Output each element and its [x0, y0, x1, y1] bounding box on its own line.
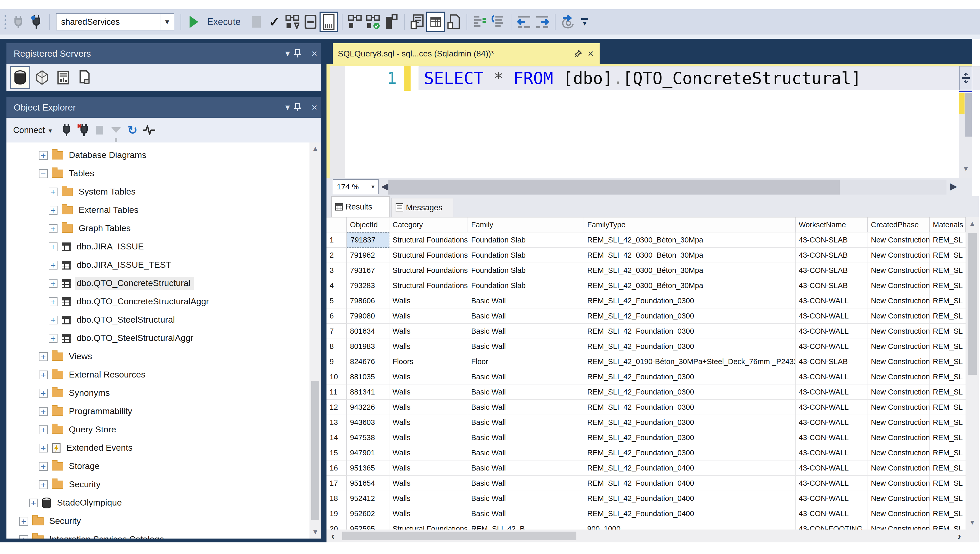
- grid-cell[interactable]: REM_SLI_42_Foundation_0300: [584, 445, 796, 460]
- grid-cell[interactable]: REM_SL: [930, 415, 966, 430]
- grid-cell[interactable]: Walls: [389, 400, 468, 415]
- display-estimated-plan-icon[interactable]: [348, 14, 362, 30]
- grid-cell[interactable]: REM_SL: [930, 445, 966, 460]
- grid-cell[interactable]: REM_SL: [930, 460, 966, 476]
- row-number-cell[interactable]: 6: [327, 309, 347, 324]
- grid-cell[interactable]: Basic Wall: [468, 415, 584, 430]
- grid-cell[interactable]: REM_SL: [930, 354, 966, 369]
- grid-cell[interactable]: REM_SL: [930, 248, 966, 263]
- tree-item[interactable]: +Programmability: [6, 402, 310, 420]
- grid-cell[interactable]: REM_SLI_42_0300_Béton_30Mpa: [584, 248, 796, 263]
- tree-item[interactable]: +External Tables: [6, 201, 310, 219]
- expand-icon[interactable]: +: [19, 517, 28, 526]
- grid-cell[interactable]: Floors: [389, 354, 468, 369]
- grid-cell[interactable]: New Construction: [868, 309, 930, 324]
- row-number-cell[interactable]: 4: [327, 278, 347, 293]
- scroll-down-icon[interactable]: ▼: [959, 165, 972, 173]
- scroll-down-icon[interactable]: ▼: [310, 528, 321, 536]
- grid-cell[interactable]: Floor: [468, 354, 584, 369]
- grid-cell[interactable]: New Construction: [868, 476, 930, 491]
- tab-messages[interactable]: Messages: [391, 198, 453, 217]
- grid-cell[interactable]: 952602: [347, 506, 389, 521]
- results-to-text-icon[interactable]: [410, 14, 425, 30]
- integration-services-icon[interactable]: [75, 67, 94, 88]
- expand-icon[interactable]: +: [49, 188, 57, 196]
- expand-icon[interactable]: +: [49, 261, 57, 269]
- grid-cell[interactable]: 43-CON-WALL: [796, 506, 868, 521]
- expand-icon[interactable]: +: [39, 352, 48, 361]
- tree-item[interactable]: +Synonyms: [6, 384, 310, 402]
- grid-cell[interactable]: New Construction: [868, 415, 930, 430]
- scroll-left-icon[interactable]: ◀: [381, 181, 388, 192]
- grid-cell[interactable]: REM_SL: [930, 369, 966, 384]
- editor-vertical-scrollbar[interactable]: ▼: [959, 66, 972, 178]
- row-number-cell[interactable]: 14: [327, 430, 347, 445]
- uncomment-lines-icon[interactable]: [490, 14, 506, 30]
- row-number-cell[interactable]: 9: [327, 354, 347, 369]
- grid-cell[interactable]: REM_SLI_42_Foundation_0400: [584, 506, 796, 521]
- grid-cell[interactable]: Foundation Slab: [468, 232, 584, 248]
- include-actual-plan-icon[interactable]: [366, 14, 381, 30]
- grid-cell[interactable]: New Construction: [868, 506, 930, 521]
- close-icon[interactable]: ✕: [308, 49, 321, 58]
- grid-cell[interactable]: 791837: [347, 232, 389, 248]
- scrollbar-thumb[interactable]: [311, 381, 319, 520]
- close-icon[interactable]: ✕: [308, 103, 321, 112]
- scrollbar-thumb[interactable]: [388, 180, 840, 194]
- pin-icon[interactable]: [294, 49, 308, 58]
- toolbar-overflow-icon[interactable]: ▼: [581, 18, 588, 26]
- grid-cell[interactable]: New Construction: [868, 460, 930, 476]
- grid-cell[interactable]: Basic Wall: [468, 339, 584, 354]
- tree-item[interactable]: +Views: [6, 347, 310, 366]
- grid-cell[interactable]: New Construction: [868, 491, 930, 506]
- execute-icon[interactable]: [187, 14, 201, 30]
- row-number-cell[interactable]: 19: [327, 506, 347, 521]
- grid-cell[interactable]: 881341: [347, 384, 389, 400]
- row-number-cell[interactable]: 1: [327, 232, 347, 248]
- expand-icon[interactable]: +: [39, 444, 48, 452]
- grid-cell[interactable]: Basic Wall: [468, 506, 584, 521]
- change-connection-icon[interactable]: [285, 14, 300, 30]
- row-number-cell[interactable]: 15: [327, 445, 347, 460]
- combo-dropdown-icon[interactable]: ▼: [160, 14, 174, 30]
- grid-cell[interactable]: REM_SL: [930, 506, 966, 521]
- query-tab[interactable]: SQLQuery8.sql - sql...ces (Sqladmin (84)…: [333, 43, 600, 64]
- expand-icon[interactable]: +: [49, 242, 57, 251]
- tree-item[interactable]: +Database Diagrams: [6, 146, 310, 164]
- tree-item[interactable]: +Integration Services Catalogs: [6, 530, 310, 538]
- tree-item[interactable]: +dbo.QTO_SteelStructural: [6, 311, 310, 329]
- grid-cell[interactable]: New Construction: [868, 384, 930, 400]
- row-number-cell[interactable]: 3: [327, 263, 347, 278]
- grid-cell[interactable]: REM_SL: [930, 278, 966, 293]
- column-header[interactable]: Family: [468, 218, 584, 232]
- results-to-grid-icon[interactable]: [426, 11, 445, 32]
- scroll-up-icon[interactable]: ▲: [310, 145, 321, 153]
- grid-cell[interactable]: Walls: [389, 476, 468, 491]
- grid-cell[interactable]: Basic Wall: [468, 476, 584, 491]
- row-number-cell[interactable]: 16: [327, 460, 347, 476]
- grid-cell[interactable]: REM_SL: [930, 293, 966, 309]
- grid-cell[interactable]: Basic Wall: [468, 384, 584, 400]
- expand-icon[interactable]: +: [49, 334, 57, 343]
- expand-icon[interactable]: +: [19, 535, 28, 539]
- grid-cell[interactable]: Foundation Slab: [468, 248, 584, 263]
- grid-cell[interactable]: 43-CON-SLAB: [796, 278, 868, 293]
- grid-cell[interactable]: REM_SLI_42_0300_Béton_30Mpa: [584, 263, 796, 278]
- grid-cell[interactable]: Walls: [389, 445, 468, 460]
- window-position-icon[interactable]: ▼: [281, 49, 294, 58]
- grid-cell[interactable]: 43-CON-WALL: [796, 476, 868, 491]
- grid-cell[interactable]: 801983: [347, 339, 389, 354]
- grid-cell[interactable]: New Construction: [868, 278, 930, 293]
- grid-cell[interactable]: 952412: [347, 491, 389, 506]
- sql-editor[interactable]: 1 SELECT * FROM [dbo].[QTO_ConcreteStruc…: [330, 66, 959, 178]
- grid-cell[interactable]: 943226: [347, 400, 389, 415]
- grid-cell[interactable]: Walls: [389, 430, 468, 445]
- grid-cell[interactable]: 43-CON-SLAB: [796, 232, 868, 248]
- grid-cell[interactable]: 43-CON-WALL: [796, 445, 868, 460]
- grid-cell[interactable]: 798606: [347, 293, 389, 309]
- grid-cell[interactable]: REM_SLI_42_Foundation_0400: [584, 476, 796, 491]
- grid-cell[interactable]: REM_SL: [930, 476, 966, 491]
- row-number-cell[interactable]: 13: [327, 415, 347, 430]
- grid-cell[interactable]: REM_SLI_42_Foundation_0300: [584, 309, 796, 324]
- grid-cell[interactable]: 43-CON-WALL: [796, 460, 868, 476]
